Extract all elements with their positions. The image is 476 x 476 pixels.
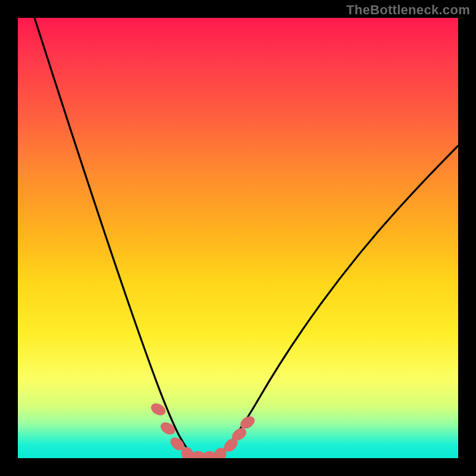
watermark-text: TheBottleneck.com [346, 2, 470, 18]
highlight-dots-group [149, 401, 256, 458]
bottleneck-curve-path [35, 18, 458, 457]
highlight-dot [158, 419, 177, 437]
bottleneck-curve-svg [18, 18, 458, 458]
chart-frame: TheBottleneck.com [0, 0, 476, 476]
